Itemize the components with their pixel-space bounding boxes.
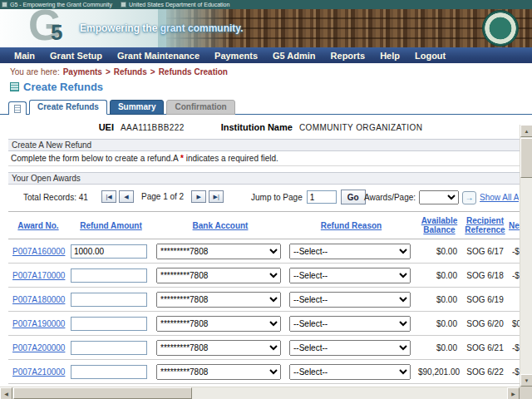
jump-to-page-group: Jump to Page Go (251, 190, 366, 204)
header-refund-amount[interactable]: Refund Amount (68, 212, 154, 239)
bank-account-select[interactable]: *********7808 (156, 340, 281, 356)
tab-summary[interactable]: Summary (110, 100, 165, 115)
award-row: P007A180000 *********7808 --Select-- $0.… (8, 288, 521, 312)
main-nav: Main Grant Setup Grant Maintenance Payme… (0, 47, 532, 63)
nav-payments[interactable]: Payments (207, 51, 265, 61)
institution-name-value: COMMUNITY ORGANIZATION (299, 123, 422, 132)
refund-reason-select[interactable]: --Select-- (289, 316, 411, 332)
go-button[interactable]: Go (341, 190, 366, 204)
nav-g5-admin[interactable]: G5 Admin (265, 51, 323, 61)
nav-logout[interactable]: Logout (407, 51, 453, 61)
refund-amount-input[interactable] (71, 365, 147, 379)
horizontal-scrollbar[interactable]: ◀ ▶ (0, 387, 520, 399)
tab-confirmation[interactable]: Confirmation (166, 100, 234, 115)
bank-account-select[interactable]: *********7808 (156, 292, 281, 308)
refund-amount-input[interactable] (71, 341, 147, 355)
header-award-no[interactable]: Award No. (8, 212, 68, 239)
nav-reports[interactable]: Reports (323, 51, 373, 61)
award-number-link[interactable]: P007A180000 (12, 295, 65, 304)
next-page-button[interactable]: ▶ (191, 190, 206, 203)
nav-grant-maintenance[interactable]: Grant Maintenance (110, 51, 207, 61)
bank-account-select[interactable]: *********7808 (156, 364, 281, 380)
first-page-button[interactable]: |◀ (101, 190, 116, 203)
award-number-link[interactable]: P007A200000 (12, 343, 65, 352)
breadcrumb-prefix: You are here: (10, 67, 60, 76)
tagline-part2: grant community. (160, 22, 244, 34)
last-page-button[interactable]: ▶| (209, 190, 224, 203)
open-awards-section-header: Your Open Awards (8, 172, 521, 185)
bank-account-select[interactable]: *********7808 (156, 244, 281, 259)
page-title: Create Refunds (23, 81, 103, 93)
breadcrumb-refunds[interactable]: Refunds (114, 67, 147, 76)
instructions-text: Complete the form below to create a refu… (11, 154, 180, 163)
breadcrumb-separator: > (150, 67, 155, 76)
nav-main[interactable]: Main (7, 51, 42, 61)
award-number-link[interactable]: P007A170000 (12, 271, 65, 280)
award-number-link[interactable]: P007A190000 (12, 319, 65, 328)
recipient-reference-value: SOG 6/21 (463, 336, 507, 360)
breadcrumb-refunds-creation[interactable]: Refunds Creation (159, 67, 228, 76)
header-recipient-reference[interactable]: Recipient Reference (463, 212, 507, 239)
titlebar-left-group: G5 - Empowering the Grant Community (2, 2, 112, 7)
nav-help[interactable]: Help (372, 51, 407, 61)
titlebar-left-text: G5 - Empowering the Grant Community (10, 2, 112, 7)
breadcrumb-separator: > (106, 67, 111, 76)
available-balance-value: $0.00 (416, 336, 463, 360)
awards-per-page-group: Awards/Page: → Show All A (364, 190, 519, 204)
bank-account-select[interactable]: *********7808 (156, 268, 281, 283)
divider (8, 165, 521, 166)
scroll-left-icon[interactable]: ◀ (0, 387, 12, 399)
g5-application-window: G5 - Empowering the Grant Community Unit… (0, 0, 532, 399)
header-banner: G 5 Empowering the grant community. (0, 9, 532, 47)
pagination-bar: Total Records: 41 |◀ ◀ Page 1 of 2 ▶ ▶| … (8, 186, 521, 209)
vertical-scrollbar[interactable]: ▲ ▼ (520, 125, 532, 387)
award-number-link[interactable]: P007A160000 (12, 247, 65, 256)
scroll-right-icon[interactable]: ▶ (507, 387, 520, 399)
refund-reason-select[interactable]: --Select-- (289, 364, 411, 380)
show-all-awards-link[interactable]: Show All A (480, 193, 519, 202)
tab-create-refunds[interactable]: Create Refunds (29, 100, 107, 115)
refund-amount-input[interactable] (71, 244, 147, 259)
refund-reason-select[interactable]: --Select-- (289, 244, 411, 259)
award-row: P007A160000 *********7808 --Select-- $0.… (8, 239, 521, 264)
header-available-balance[interactable]: Available Balance (416, 212, 463, 239)
horizontal-scrollbar-thumb[interactable] (13, 387, 192, 399)
available-balance-value: $0.00 (416, 288, 463, 312)
total-records: Total Records: 41 (23, 193, 88, 202)
refund-reason-select[interactable]: --Select-- (289, 268, 411, 283)
available-balance-value: $0.00 (416, 312, 463, 336)
banner-tagline: Empowering the grant community. (80, 22, 243, 34)
page-title-row: Create Refunds (10, 81, 103, 93)
awards-per-page-select[interactable] (419, 190, 459, 204)
g5-logo-5: 5 (51, 22, 62, 43)
tagline-part1: Empowering the (80, 22, 160, 34)
titlebar-right-group: United States Department of Education (121, 2, 229, 7)
refund-amount-input[interactable] (71, 268, 147, 283)
breadcrumb-payments[interactable]: Payments (63, 67, 102, 76)
instructions-suffix: indicates a required field. (184, 154, 278, 163)
tab-form-icon-button[interactable] (8, 101, 27, 115)
refund-amount-input[interactable] (71, 317, 147, 331)
header-bank-account[interactable]: Bank Account (154, 212, 287, 239)
prev-page-button[interactable]: ◀ (119, 190, 134, 203)
awards-per-page-go-icon[interactable]: → (462, 191, 476, 204)
bank-account-select[interactable]: *********7808 (156, 316, 281, 332)
tab-bar: Create Refunds Summary Confirmation (8, 100, 235, 115)
available-balance-value: $90,201.00 (416, 360, 463, 384)
table-header-row: Award No. Refund Amount Bank Account Ref… (8, 212, 521, 239)
vertical-scrollbar-thumb[interactable] (520, 138, 532, 178)
scrollbar-corner (520, 387, 532, 399)
available-balance-value: $0.00 (416, 239, 463, 264)
create-refunds-icon (10, 82, 19, 91)
refund-amount-input[interactable] (71, 293, 147, 307)
refund-reason-select[interactable]: --Select-- (289, 340, 411, 356)
refund-reason-select[interactable]: --Select-- (289, 292, 411, 308)
nav-grant-setup[interactable]: Grant Setup (42, 51, 110, 61)
open-awards-table: Award No. Refund Amount Bank Account Ref… (8, 211, 521, 386)
scroll-up-icon[interactable]: ▲ (520, 125, 532, 137)
titlebar-right-text: United States Department of Education (129, 2, 229, 7)
header-refund-reason[interactable]: Refund Reason (287, 212, 416, 239)
scroll-down-icon[interactable]: ▼ (520, 374, 532, 387)
jump-to-page-input[interactable] (307, 190, 337, 204)
award-number-link[interactable]: P007A210000 (12, 367, 65, 377)
